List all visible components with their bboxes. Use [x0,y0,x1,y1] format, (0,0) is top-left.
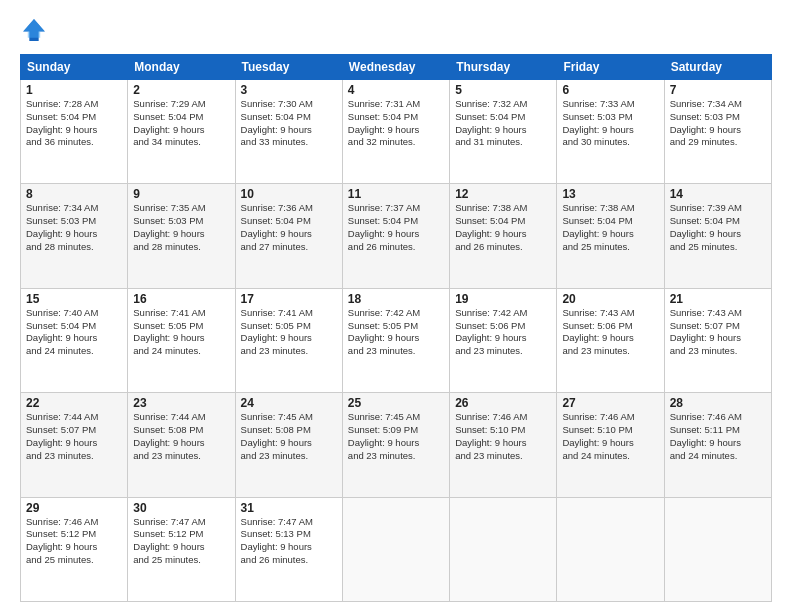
day-number: 13 [562,187,658,201]
day-info: Sunrise: 7:38 AM Sunset: 5:04 PM Dayligh… [455,202,551,253]
day-number: 29 [26,501,122,515]
day-info: Sunrise: 7:46 AM Sunset: 5:11 PM Dayligh… [670,411,766,462]
weekday-header-row: SundayMondayTuesdayWednesdayThursdayFrid… [21,55,772,80]
day-info: Sunrise: 7:42 AM Sunset: 5:06 PM Dayligh… [455,307,551,358]
day-number: 21 [670,292,766,306]
day-number: 27 [562,396,658,410]
calendar-cell: 22Sunrise: 7:44 AM Sunset: 5:07 PM Dayli… [21,393,128,497]
day-number: 24 [241,396,337,410]
day-number: 5 [455,83,551,97]
calendar-cell: 20Sunrise: 7:43 AM Sunset: 5:06 PM Dayli… [557,288,664,392]
calendar-cell: 26Sunrise: 7:46 AM Sunset: 5:10 PM Dayli… [450,393,557,497]
day-number: 25 [348,396,444,410]
day-info: Sunrise: 7:35 AM Sunset: 5:03 PM Dayligh… [133,202,229,253]
calendar-cell: 6Sunrise: 7:33 AM Sunset: 5:03 PM Daylig… [557,80,664,184]
day-info: Sunrise: 7:41 AM Sunset: 5:05 PM Dayligh… [241,307,337,358]
calendar-cell: 12Sunrise: 7:38 AM Sunset: 5:04 PM Dayli… [450,184,557,288]
day-number: 3 [241,83,337,97]
calendar-week-3: 15Sunrise: 7:40 AM Sunset: 5:04 PM Dayli… [21,288,772,392]
day-number: 26 [455,396,551,410]
day-info: Sunrise: 7:30 AM Sunset: 5:04 PM Dayligh… [241,98,337,149]
day-info: Sunrise: 7:40 AM Sunset: 5:04 PM Dayligh… [26,307,122,358]
day-info: Sunrise: 7:44 AM Sunset: 5:07 PM Dayligh… [26,411,122,462]
calendar-cell: 28Sunrise: 7:46 AM Sunset: 5:11 PM Dayli… [664,393,771,497]
weekday-header-thursday: Thursday [450,55,557,80]
day-number: 11 [348,187,444,201]
day-info: Sunrise: 7:45 AM Sunset: 5:08 PM Dayligh… [241,411,337,462]
day-info: Sunrise: 7:43 AM Sunset: 5:07 PM Dayligh… [670,307,766,358]
day-info: Sunrise: 7:29 AM Sunset: 5:04 PM Dayligh… [133,98,229,149]
calendar-cell: 19Sunrise: 7:42 AM Sunset: 5:06 PM Dayli… [450,288,557,392]
day-number: 31 [241,501,337,515]
day-info: Sunrise: 7:46 AM Sunset: 5:12 PM Dayligh… [26,516,122,567]
calendar-cell [342,497,449,601]
calendar-cell: 17Sunrise: 7:41 AM Sunset: 5:05 PM Dayli… [235,288,342,392]
calendar-cell: 21Sunrise: 7:43 AM Sunset: 5:07 PM Dayli… [664,288,771,392]
weekday-header-tuesday: Tuesday [235,55,342,80]
calendar-cell: 14Sunrise: 7:39 AM Sunset: 5:04 PM Dayli… [664,184,771,288]
day-number: 28 [670,396,766,410]
day-info: Sunrise: 7:38 AM Sunset: 5:04 PM Dayligh… [562,202,658,253]
day-number: 9 [133,187,229,201]
day-number: 12 [455,187,551,201]
header [20,16,772,44]
day-info: Sunrise: 7:44 AM Sunset: 5:08 PM Dayligh… [133,411,229,462]
calendar-cell: 24Sunrise: 7:45 AM Sunset: 5:08 PM Dayli… [235,393,342,497]
weekday-header-saturday: Saturday [664,55,771,80]
day-info: Sunrise: 7:34 AM Sunset: 5:03 PM Dayligh… [26,202,122,253]
logo [20,16,52,44]
day-number: 20 [562,292,658,306]
calendar-cell: 1Sunrise: 7:28 AM Sunset: 5:04 PM Daylig… [21,80,128,184]
calendar-cell: 2Sunrise: 7:29 AM Sunset: 5:04 PM Daylig… [128,80,235,184]
calendar-cell: 15Sunrise: 7:40 AM Sunset: 5:04 PM Dayli… [21,288,128,392]
weekday-header-sunday: Sunday [21,55,128,80]
calendar-week-4: 22Sunrise: 7:44 AM Sunset: 5:07 PM Dayli… [21,393,772,497]
calendar-cell: 4Sunrise: 7:31 AM Sunset: 5:04 PM Daylig… [342,80,449,184]
calendar-cell: 16Sunrise: 7:41 AM Sunset: 5:05 PM Dayli… [128,288,235,392]
calendar-cell: 25Sunrise: 7:45 AM Sunset: 5:09 PM Dayli… [342,393,449,497]
day-number: 4 [348,83,444,97]
day-number: 2 [133,83,229,97]
day-info: Sunrise: 7:47 AM Sunset: 5:13 PM Dayligh… [241,516,337,567]
calendar-cell: 11Sunrise: 7:37 AM Sunset: 5:04 PM Dayli… [342,184,449,288]
svg-marker-1 [23,19,45,38]
day-info: Sunrise: 7:42 AM Sunset: 5:05 PM Dayligh… [348,307,444,358]
day-number: 23 [133,396,229,410]
day-number: 6 [562,83,658,97]
calendar-page: SundayMondayTuesdayWednesdayThursdayFrid… [0,0,792,612]
day-info: Sunrise: 7:47 AM Sunset: 5:12 PM Dayligh… [133,516,229,567]
day-info: Sunrise: 7:28 AM Sunset: 5:04 PM Dayligh… [26,98,122,149]
calendar-cell: 30Sunrise: 7:47 AM Sunset: 5:12 PM Dayli… [128,497,235,601]
day-info: Sunrise: 7:36 AM Sunset: 5:04 PM Dayligh… [241,202,337,253]
day-info: Sunrise: 7:46 AM Sunset: 5:10 PM Dayligh… [562,411,658,462]
calendar-week-5: 29Sunrise: 7:46 AM Sunset: 5:12 PM Dayli… [21,497,772,601]
logo-icon [20,16,48,44]
day-number: 8 [26,187,122,201]
day-info: Sunrise: 7:32 AM Sunset: 5:04 PM Dayligh… [455,98,551,149]
day-info: Sunrise: 7:33 AM Sunset: 5:03 PM Dayligh… [562,98,658,149]
calendar-cell: 31Sunrise: 7:47 AM Sunset: 5:13 PM Dayli… [235,497,342,601]
calendar-cell: 9Sunrise: 7:35 AM Sunset: 5:03 PM Daylig… [128,184,235,288]
day-info: Sunrise: 7:43 AM Sunset: 5:06 PM Dayligh… [562,307,658,358]
calendar-cell: 5Sunrise: 7:32 AM Sunset: 5:04 PM Daylig… [450,80,557,184]
calendar-week-2: 8Sunrise: 7:34 AM Sunset: 5:03 PM Daylig… [21,184,772,288]
day-info: Sunrise: 7:37 AM Sunset: 5:04 PM Dayligh… [348,202,444,253]
calendar-cell: 29Sunrise: 7:46 AM Sunset: 5:12 PM Dayli… [21,497,128,601]
day-number: 18 [348,292,444,306]
day-number: 15 [26,292,122,306]
day-number: 10 [241,187,337,201]
day-number: 19 [455,292,551,306]
day-number: 17 [241,292,337,306]
calendar-cell: 23Sunrise: 7:44 AM Sunset: 5:08 PM Dayli… [128,393,235,497]
calendar-cell: 8Sunrise: 7:34 AM Sunset: 5:03 PM Daylig… [21,184,128,288]
weekday-header-wednesday: Wednesday [342,55,449,80]
day-info: Sunrise: 7:46 AM Sunset: 5:10 PM Dayligh… [455,411,551,462]
day-number: 1 [26,83,122,97]
calendar-cell: 7Sunrise: 7:34 AM Sunset: 5:03 PM Daylig… [664,80,771,184]
day-number: 22 [26,396,122,410]
calendar-week-1: 1Sunrise: 7:28 AM Sunset: 5:04 PM Daylig… [21,80,772,184]
calendar-cell: 18Sunrise: 7:42 AM Sunset: 5:05 PM Dayli… [342,288,449,392]
calendar-cell [450,497,557,601]
calendar-cell [664,497,771,601]
calendar-cell: 27Sunrise: 7:46 AM Sunset: 5:10 PM Dayli… [557,393,664,497]
